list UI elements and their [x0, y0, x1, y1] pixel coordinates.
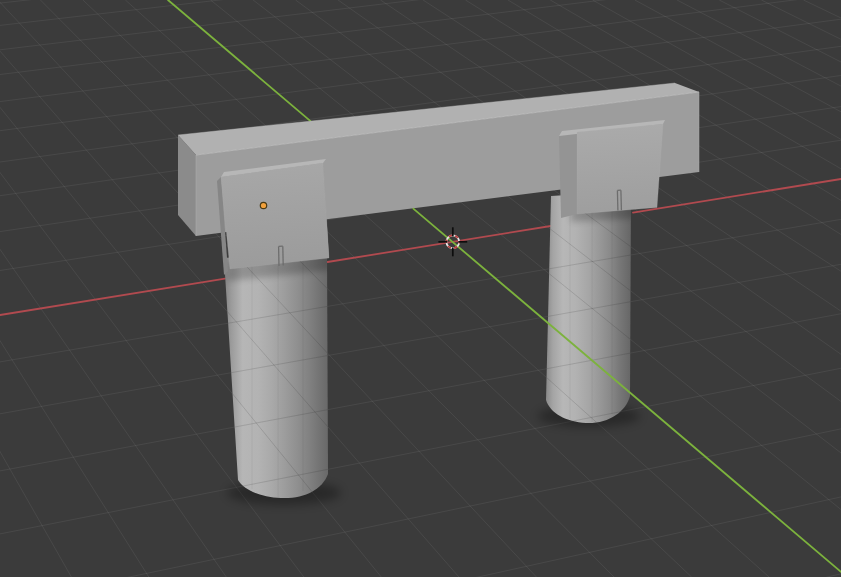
left-pier-cap-front-face[interactable] [221, 163, 329, 269]
right-pier-cap-notch-edge [617, 191, 618, 211]
viewport-window[interactable] [0, 0, 841, 577]
object-origin-dot [260, 202, 266, 208]
right-cap-side-face [559, 132, 577, 218]
left-pier-cap[interactable] [217, 159, 329, 275]
right-pier-cap-notch-edge [621, 190, 622, 210]
right-pier-cap-front-face[interactable] [577, 124, 663, 214]
viewport-canvas[interactable] [0, 0, 841, 577]
right-pier-cap[interactable] [559, 120, 665, 218]
left-column[interactable] [224, 250, 328, 498]
